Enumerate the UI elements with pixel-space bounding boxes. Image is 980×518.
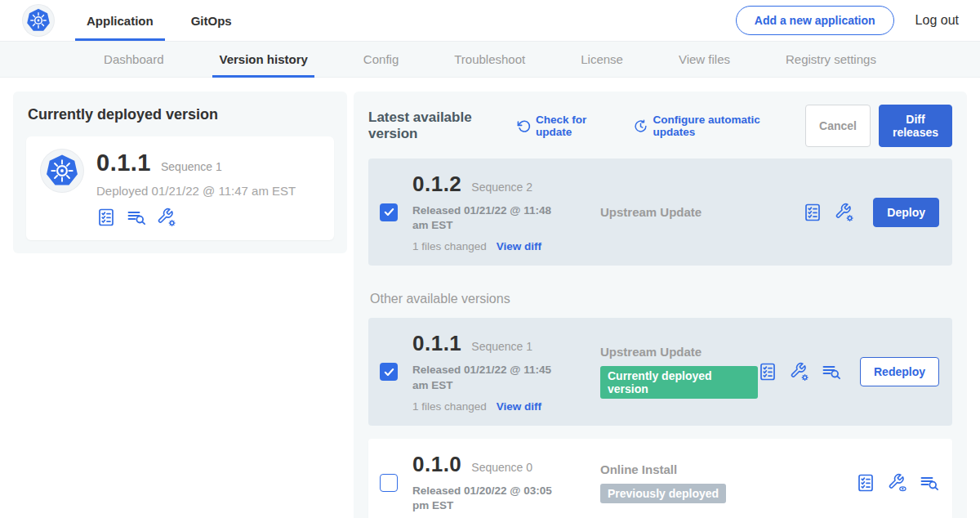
top-navbar: Application GitOps Add a new application… xyxy=(0,0,980,41)
tab-gitops[interactable]: GitOps xyxy=(186,0,237,41)
subnav-license[interactable]: License xyxy=(553,42,651,77)
edit-config-icon[interactable] xyxy=(835,203,854,222)
subnav-dashboard[interactable]: Dashboard xyxy=(76,42,191,77)
version-checkbox[interactable] xyxy=(380,474,398,492)
tab-application-label: Application xyxy=(87,14,154,28)
cancel-button[interactable]: Cancel xyxy=(805,105,871,147)
release-notes-icon[interactable] xyxy=(758,362,777,382)
deployed-version-number: 0.1.1 xyxy=(96,150,151,176)
kubernetes-icon xyxy=(25,7,51,33)
released-timestamp: Released 01/21/22 @ 11:48 am EST xyxy=(412,203,569,233)
sequence-label: Sequence 2 xyxy=(471,181,532,194)
files-changed-label: 1 files changed xyxy=(412,240,487,252)
subnav-registry-settings[interactable]: Registry settings xyxy=(758,42,904,77)
version-row: 0.1.0 Sequence 0 Released 01/20/22 @ 03:… xyxy=(368,439,952,518)
diff-releases-button[interactable]: Diff releases xyxy=(879,105,952,147)
subnav-config[interactable]: Config xyxy=(336,42,426,77)
subnav-view-files[interactable]: View files xyxy=(651,42,758,77)
version-row: 0.1.2 Sequence 2 Released 01/21/22 @ 11:… xyxy=(368,159,952,266)
check-for-update-link[interactable]: Check for update xyxy=(517,114,611,138)
clock-refresh-icon xyxy=(634,119,648,133)
subnav-troubleshoot[interactable]: Troubleshoot xyxy=(426,42,553,77)
version-source-label: Online Install xyxy=(600,462,856,476)
edit-config-icon[interactable] xyxy=(157,208,176,227)
version-history-panel: Latest available version Check for updat… xyxy=(354,92,967,518)
release-notes-icon[interactable] xyxy=(856,473,875,493)
configure-automatic-updates-link[interactable]: Configure automatic updates xyxy=(634,114,782,138)
tab-gitops-label: GitOps xyxy=(191,14,232,28)
version-number: 0.1.2 xyxy=(412,172,461,197)
previously-deployed-badge: Previously deployed xyxy=(600,484,726,503)
version-checkbox[interactable] xyxy=(380,363,398,381)
redeploy-button[interactable]: Redeploy xyxy=(860,357,939,386)
view-files-diff-icon[interactable] xyxy=(127,208,146,227)
version-row: 0.1.1 Sequence 1 Released 01/21/22 @ 11:… xyxy=(368,318,952,425)
released-timestamp: Released 01/21/22 @ 11:45 am EST xyxy=(412,363,569,392)
version-number: 0.1.1 xyxy=(412,331,461,356)
view-diff-link[interactable]: View diff xyxy=(497,240,541,252)
currently-deployed-panel: Currently deployed version 0.1.1 Sequenc… xyxy=(13,92,347,253)
release-notes-icon[interactable] xyxy=(96,208,116,227)
view-diff-link[interactable]: View diff xyxy=(497,400,541,413)
kubernetes-icon xyxy=(44,153,80,189)
edit-config-icon[interactable] xyxy=(790,362,809,382)
version-source-label: Upstream Update xyxy=(600,205,803,219)
check-icon xyxy=(383,366,395,378)
configure-automatic-updates-label: Configure automatic updates xyxy=(653,114,782,138)
view-files-diff-icon[interactable] xyxy=(920,473,939,493)
other-versions-heading: Other available versions xyxy=(370,292,952,306)
view-config-icon[interactable] xyxy=(888,473,907,493)
sequence-label: Sequence 1 xyxy=(471,340,532,353)
view-files-diff-icon[interactable] xyxy=(822,362,841,382)
app-icon-circle xyxy=(41,150,83,192)
kubernetes-logo xyxy=(23,5,54,36)
deployed-timestamp: Deployed 01/21/22 @ 11:47 am EST xyxy=(96,184,296,198)
sequence-label: Sequence 0 xyxy=(471,461,532,474)
check-icon xyxy=(383,206,395,218)
released-timestamp: Released 01/20/22 @ 03:05 pm EST xyxy=(412,484,569,513)
refresh-icon xyxy=(517,119,531,133)
app-subnav: Dashboard Version history Config Trouble… xyxy=(0,41,980,78)
release-notes-icon[interactable] xyxy=(803,203,822,222)
version-number: 0.1.0 xyxy=(412,452,461,477)
files-changed-label: 1 files changed xyxy=(412,400,487,413)
currently-deployed-badge: Currently deployed version xyxy=(600,366,758,399)
currently-deployed-heading: Currently deployed version xyxy=(28,106,334,123)
subnav-version-history[interactable]: Version history xyxy=(191,42,335,77)
deploy-button[interactable]: Deploy xyxy=(873,198,939,227)
deployed-version-card: 0.1.1 Sequence 1 Deployed 01/21/22 @ 11:… xyxy=(26,136,334,240)
add-application-button[interactable]: Add a new application xyxy=(736,6,894,35)
latest-available-heading: Latest available version xyxy=(368,109,504,142)
deployed-sequence-label: Sequence 1 xyxy=(161,160,222,173)
check-for-update-label: Check for update xyxy=(536,114,611,138)
version-source-label: Upstream Update xyxy=(600,345,758,359)
version-checkbox[interactable] xyxy=(380,203,398,221)
logout-link[interactable]: Log out xyxy=(915,13,959,28)
tab-application[interactable]: Application xyxy=(82,0,158,41)
